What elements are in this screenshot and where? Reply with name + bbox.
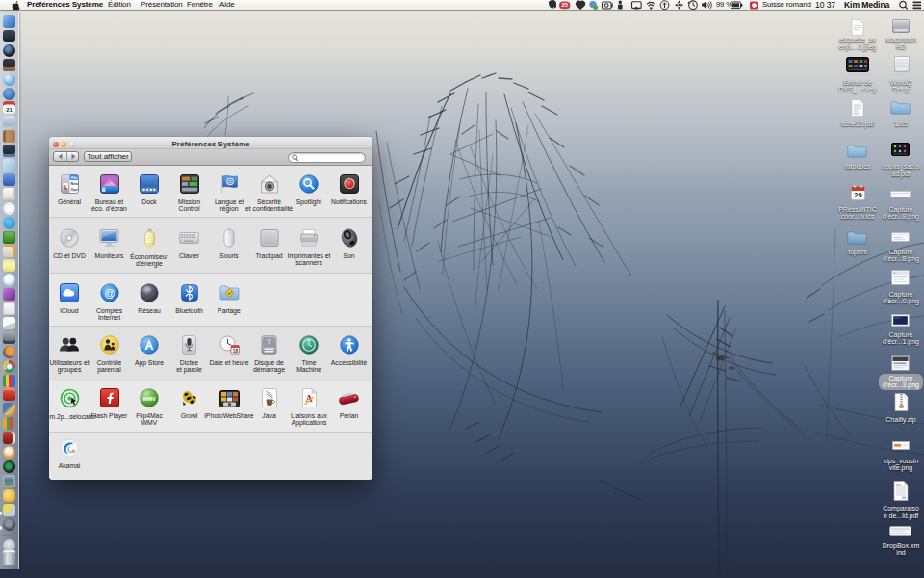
- svg-text:File: File: [71, 176, 78, 180]
- svg-text:29: 29: [854, 191, 861, 199]
- svg-text:New: New: [70, 182, 78, 186]
- svg-text:25: 25: [561, 2, 568, 8]
- svg-text:?: ?: [267, 338, 270, 345]
- svg-text:Ope: Ope: [70, 188, 77, 192]
- svg-text:@: @: [104, 287, 115, 299]
- svg-text:18: 18: [232, 348, 238, 354]
- svg-text:WMV: WMV: [142, 396, 156, 402]
